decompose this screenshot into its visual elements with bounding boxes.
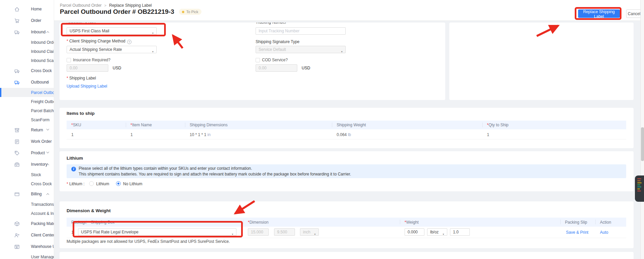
- tracking-number-input[interactable]: [256, 27, 346, 35]
- cod-checkbox[interactable]: [256, 58, 260, 62]
- cell-package: 1: [71, 230, 74, 235]
- signature-type-select[interactable]: Service Default ▼: [256, 46, 346, 53]
- chevron-up-icon: [46, 31, 49, 34]
- column-divider: [185, 123, 185, 127]
- sidebar-item-client-center[interactable]: Client Center: [0, 229, 54, 241]
- sidebar-item-home[interactable]: Home: [0, 3, 54, 15]
- cod-label: COD Service?: [262, 58, 288, 62]
- sidebar-item-parcel-outbound-order[interactable]: Parcel Outbound Order: [0, 88, 54, 97]
- insurance-checkbox[interactable]: [67, 58, 71, 62]
- column-divider: [400, 220, 400, 224]
- column-header-dimension: Dimension: [248, 218, 268, 227]
- sidebar-item-inbound-scan[interactable]: Inbound Scan: [0, 56, 54, 65]
- chevron-down-icon: [46, 128, 49, 130]
- upload-shipping-label-link[interactable]: Upload Shipping Label: [67, 84, 107, 89]
- dimension-unit-select[interactable]: inch ▼: [300, 228, 319, 236]
- column-divider: [86, 220, 86, 224]
- info-icon: i: [71, 167, 76, 171]
- sidebar-item-scanform[interactable]: ScanForm: [0, 115, 54, 124]
- inventory-icon: [14, 162, 20, 167]
- status-label: To Pick: [186, 10, 198, 14]
- weight-input[interactable]: [405, 228, 424, 236]
- sidebar-item-label: Cross Dock: [31, 182, 52, 186]
- sidebar-item-cross-dock[interactable]: Cross Dock: [0, 179, 54, 188]
- sidebar-item-label: ScanForm: [31, 118, 49, 122]
- column-header-shipping-weight: Shipping Weight: [337, 121, 366, 129]
- cod-amount-input[interactable]: [256, 64, 297, 72]
- right-panel-card: [449, 23, 634, 100]
- billing-icon: [14, 191, 20, 197]
- help-icon[interactable]: ?: [127, 40, 131, 44]
- sidebar-item-account-invoice[interactable]: Account & Invoice: [0, 209, 54, 218]
- breadcrumb-parcel-outbound-order[interactable]: Parcel Outbound Order: [60, 3, 102, 8]
- save-print-link[interactable]: Save & Print: [566, 230, 589, 235]
- weight-unit-select[interactable]: lb/oz ▼: [427, 228, 447, 236]
- sidebar-item-billing[interactable]: Billing: [0, 188, 54, 200]
- sidebar-item-warehouse-users[interactable]: Warehouse Users: [0, 241, 54, 252]
- dimension-width-input[interactable]: [274, 228, 295, 236]
- sidebar-item-order[interactable]: Order: [0, 15, 54, 26]
- shipping-box-value: USPS Flat Rate Legal Envelope: [81, 230, 139, 234]
- breadcrumb-replace-shipping-label: Replace Shipping Label: [109, 3, 152, 8]
- cod-currency: USD: [302, 66, 310, 70]
- chevron-down-icon: [46, 151, 49, 153]
- sidebar-item-freight-outbound-order[interactable]: Freight Outbound Order: [0, 97, 54, 106]
- lithium-radio[interactable]: [89, 181, 94, 186]
- chevron-down-icon: ▼: [152, 48, 154, 53]
- inbound-icon: [14, 29, 20, 35]
- column-divider: [482, 123, 483, 127]
- no-lithium-radio-label[interactable]: No Lithium: [123, 182, 142, 186]
- sidebar-item-product[interactable]: Product: [0, 147, 54, 159]
- shipping-service-select[interactable]: USPS First Class Mail ▼: [67, 27, 157, 35]
- column-divider: [560, 220, 561, 224]
- packing-icon: [14, 221, 20, 227]
- topbar: Parcel Outbound Order > Replace Shipping…: [54, 0, 644, 21]
- column-divider: [243, 220, 243, 224]
- signature-type-value: Service Default: [259, 47, 286, 52]
- sidebar-item-user-management[interactable]: User Management: [0, 252, 54, 259]
- chevron-down-icon: ▼: [231, 231, 234, 236]
- sidebar-item-transactions[interactable]: Transactions: [0, 200, 54, 209]
- dw-table-row: 1 USPS Flat Rate Legal Envelope ▼ inch ▼…: [67, 227, 626, 238]
- sidebar-item-work-order[interactable]: Work Order: [0, 136, 54, 147]
- product-icon: [14, 150, 20, 156]
- scrollbar-track[interactable]: [640, 0, 644, 259]
- sidebar-item-inbound-order[interactable]: Inbound Order: [0, 38, 54, 47]
- replace-shipping-label-button[interactable]: Replace Shipping Label: [578, 9, 620, 18]
- cell-weight: 0.064 lb: [337, 132, 351, 137]
- cancel-button[interactable]: Cancel: [626, 9, 642, 18]
- shipping-box-select[interactable]: USPS Flat Rate Legal Envelope ▼: [78, 228, 236, 236]
- sidebar-item-inbound[interactable]: Inbound: [0, 26, 54, 38]
- sidebar-item-stock[interactable]: Stock: [0, 170, 54, 179]
- charge-method-select[interactable]: Actual Shipping Service Rate ▼: [67, 46, 157, 53]
- weight-factor-input[interactable]: [450, 228, 470, 236]
- sidebar-item-cross-dock[interactable]: Cross Dock: [0, 65, 54, 76]
- lithium-info-line2: This shipment contains batteries. You ar…: [79, 172, 351, 176]
- sidebar-item-label: Outbound: [31, 80, 49, 85]
- items-to-ship-card: Items to ship SKUItem NameShipping Dimen…: [60, 108, 634, 148]
- column-header-packing-slip: Packing Slip: [565, 218, 587, 227]
- sidebar-item-inbound-claim[interactable]: Inbound Claim: [0, 47, 54, 56]
- sidebar-item-inventory[interactable]: Inventory: [0, 159, 54, 170]
- browser-extension-edge-widget[interactable]: [635, 175, 644, 202]
- sidebar-item-return[interactable]: Return: [0, 124, 54, 136]
- insurance-amount-input[interactable]: [67, 64, 108, 72]
- sidebar-item-label: Product: [31, 151, 45, 155]
- scrollbar-thumb[interactable]: [641, 127, 644, 161]
- dimension-length-input[interactable]: [248, 228, 269, 236]
- sidebar-item-outbound[interactable]: Outbound: [0, 76, 54, 88]
- dimension-weight-title: Dimension & Weight: [67, 208, 111, 213]
- sidebar-item-label: Client Center: [31, 233, 54, 237]
- dimension-weight-card: Dimension & Weight PackageShipping BoxDi…: [60, 201, 634, 248]
- auto-action-link[interactable]: Auto: [600, 230, 608, 235]
- column-header-qty-to-ship: Qty to Ship: [487, 121, 508, 129]
- no-lithium-radio[interactable]: [116, 181, 121, 186]
- charge-method-value: Actual Shipping Service Rate: [70, 47, 122, 52]
- cell-dimensions: 10 * 1 * 1 in: [190, 132, 211, 137]
- sidebar-item-label: Warehouse Users: [31, 244, 54, 249]
- sidebar-item-packing-material[interactable]: Packing Material: [0, 218, 54, 229]
- sidebar-item-parcel-batches[interactable]: Parcel Batches: [0, 106, 54, 115]
- lithium-title: Lithium: [67, 156, 83, 161]
- page-title: Parcel Outbound Order # OB221219-3: [60, 8, 174, 15]
- lithium-radio-label[interactable]: Lithium: [96, 182, 109, 186]
